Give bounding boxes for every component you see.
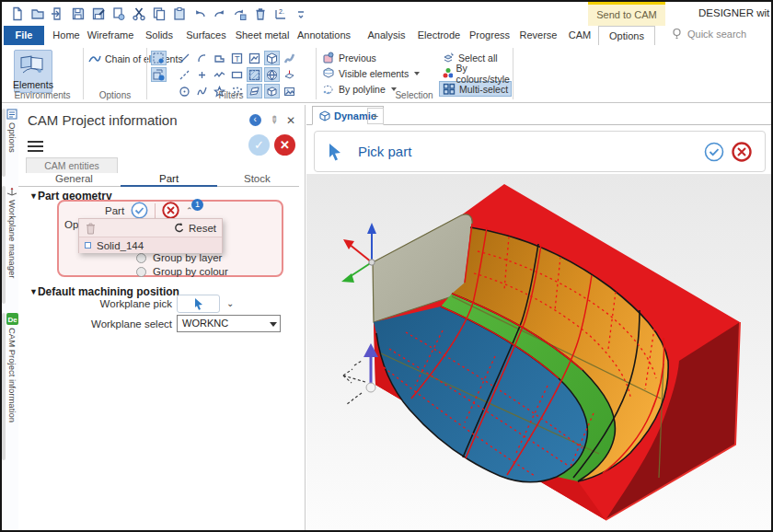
side-tab-options[interactable]: Options bbox=[2, 109, 18, 177]
group-by-colour-option[interactable]: Group by colour bbox=[136, 266, 228, 277]
filter-segment-icon[interactable] bbox=[177, 67, 192, 82]
solid-checkbox[interactable] bbox=[85, 242, 91, 249]
filter-solid-icon[interactable] bbox=[264, 51, 280, 65]
radio-icon[interactable] bbox=[136, 267, 146, 277]
tab-home[interactable]: Home bbox=[48, 26, 85, 45]
group-by-layer-label: Group by layer bbox=[153, 252, 222, 263]
tab-analysis[interactable]: Analysis bbox=[363, 26, 410, 45]
import-file-icon[interactable] bbox=[49, 6, 66, 23]
chain-of-elements-button[interactable]: Chain of elements bbox=[88, 53, 183, 64]
tab-annotations[interactable]: Annotations bbox=[294, 26, 353, 45]
tab-general[interactable]: General bbox=[55, 173, 93, 184]
filter-polyline-icon[interactable] bbox=[212, 67, 227, 82]
tab-sheet-metal[interactable]: Sheet metal bbox=[232, 26, 293, 45]
delete-icon[interactable] bbox=[251, 6, 269, 23]
workplane-select-dropdown[interactable]: WORKNC bbox=[177, 315, 281, 332]
tab-cam[interactable]: CAM bbox=[563, 26, 596, 45]
elements-icon bbox=[19, 52, 47, 76]
filter-contour-icon[interactable] bbox=[212, 51, 227, 65]
elements-button[interactable]: Elements bbox=[14, 50, 52, 93]
workplane-select-value: WORKNC bbox=[182, 318, 228, 329]
filter-point-icon[interactable] bbox=[194, 67, 210, 82]
previous-icon bbox=[322, 52, 335, 64]
default-machining-heading[interactable]: ▼Default machining position bbox=[29, 285, 179, 298]
group-by-layer-option[interactable]: Group by layer bbox=[136, 252, 222, 263]
previous-selection-button[interactable]: Previous bbox=[322, 50, 420, 65]
solid-list-item[interactable]: Solid_144 bbox=[79, 237, 222, 253]
collapse-panel-icon[interactable]: ‹ bbox=[249, 114, 261, 126]
cam-entities-tab[interactable]: CAM entities bbox=[26, 157, 118, 173]
new-document-icon[interactable] bbox=[8, 6, 26, 23]
dimension-icon[interactable]: 2. bbox=[271, 6, 289, 23]
chain-label: Chain of elements bbox=[105, 53, 183, 64]
panel-tabs: General Part Stock bbox=[18, 173, 299, 187]
filter-image-frame-icon[interactable] bbox=[247, 51, 262, 65]
tab-electrode[interactable]: Electrode bbox=[414, 26, 464, 45]
tab-part[interactable]: Part bbox=[121, 173, 217, 187]
filter-plane-icon[interactable] bbox=[282, 67, 297, 82]
radio-icon[interactable] bbox=[136, 253, 146, 263]
group-label-filters: Filters bbox=[146, 90, 316, 100]
side-tab-label: Workplane manager bbox=[7, 200, 17, 278]
workplane-pick-button[interactable] bbox=[177, 295, 220, 313]
select-all-icon bbox=[442, 52, 455, 64]
trash-icon-disabled[interactable] bbox=[85, 222, 97, 235]
part-selection-popup: Reset Solid_144 bbox=[78, 218, 223, 253]
filter-arc-icon[interactable] bbox=[194, 51, 210, 65]
tab-wireframe[interactable]: Wireframe bbox=[85, 26, 136, 45]
prompt-confirm-icon[interactable] bbox=[704, 142, 724, 162]
paste-icon[interactable] bbox=[170, 6, 188, 23]
panel-menu-button[interactable] bbox=[28, 138, 43, 155]
part-clear-icon[interactable] bbox=[162, 202, 179, 219]
redo-page-icon[interactable] bbox=[231, 6, 248, 23]
close-panel-icon[interactable]: ✕ bbox=[286, 115, 295, 126]
filter-line-icon[interactable] bbox=[177, 51, 192, 65]
tab-progress[interactable]: Progress bbox=[466, 26, 513, 45]
filter-text-icon[interactable]: T bbox=[229, 51, 245, 65]
redo-icon[interactable] bbox=[211, 6, 228, 23]
filter-surface-strip-icon[interactable] bbox=[282, 51, 297, 65]
group-label-options: Options bbox=[83, 90, 147, 100]
user-license-label: DESIGNER wit bbox=[698, 7, 773, 18]
filter-rectangle-icon[interactable] bbox=[229, 67, 245, 82]
pin-icon[interactable]: ✎ bbox=[266, 113, 281, 128]
tab-stock[interactable]: Stock bbox=[244, 173, 271, 184]
designer-de-icon: De bbox=[6, 313, 18, 325]
new-view-tab-button[interactable]: + bbox=[367, 108, 384, 124]
3d-scene[interactable] bbox=[306, 174, 773, 532]
send-to-cam-button[interactable]: Send to CAM bbox=[588, 2, 665, 26]
pick-cursor-icon bbox=[328, 143, 343, 161]
prompt-cancel-icon[interactable] bbox=[732, 142, 752, 162]
by-colours-style-button[interactable]: By colours/style bbox=[442, 65, 512, 81]
ribbon: Elements Environments Chain of elements … bbox=[2, 45, 771, 103]
tab-file[interactable]: File bbox=[4, 26, 44, 45]
filter-sphere-icon[interactable] bbox=[264, 67, 280, 82]
side-tab-workplane-manager[interactable]: Workplane manager bbox=[2, 186, 18, 304]
copy-icon[interactable] bbox=[150, 6, 167, 23]
workplane-axis-icon bbox=[6, 186, 17, 197]
undo-icon[interactable] bbox=[190, 6, 208, 23]
tab-solids[interactable]: Solids bbox=[138, 26, 180, 45]
workplane-pick-dropdown-icon[interactable]: ⌄ bbox=[226, 298, 234, 308]
save-as-icon[interactable] bbox=[89, 6, 107, 23]
visible-elements-button[interactable]: Visible elements bbox=[322, 65, 420, 81]
cut-icon[interactable] bbox=[130, 6, 147, 23]
quick-search[interactable]: Quick search bbox=[672, 28, 746, 40]
filter-pick-region-icon[interactable] bbox=[151, 51, 167, 65]
graphics-viewport[interactable]: Dynamic + Pick part bbox=[306, 105, 773, 532]
part-confirm-icon[interactable] bbox=[131, 202, 148, 219]
toolbar-more-icon[interactable] bbox=[292, 6, 309, 23]
side-tab-cam-project-information[interactable]: De CAM Project information bbox=[2, 313, 18, 460]
cancel-button[interactable]: ✕ bbox=[274, 134, 295, 156]
filter-hatch-icon[interactable] bbox=[247, 67, 262, 82]
filter-shapes-config-icon[interactable] bbox=[151, 67, 167, 82]
open-folder-icon[interactable] bbox=[29, 6, 46, 23]
copy-special-icon[interactable] bbox=[110, 6, 127, 23]
tab-surfaces[interactable]: Surfaces bbox=[182, 26, 230, 45]
cursor-icon bbox=[193, 297, 204, 310]
confirm-button-disabled[interactable]: ✓ bbox=[248, 134, 270, 156]
reset-button[interactable]: Reset bbox=[173, 222, 216, 234]
tab-reverse[interactable]: Reverse bbox=[515, 26, 561, 45]
tab-options[interactable]: Options bbox=[598, 26, 655, 45]
save-icon[interactable] bbox=[69, 6, 87, 23]
